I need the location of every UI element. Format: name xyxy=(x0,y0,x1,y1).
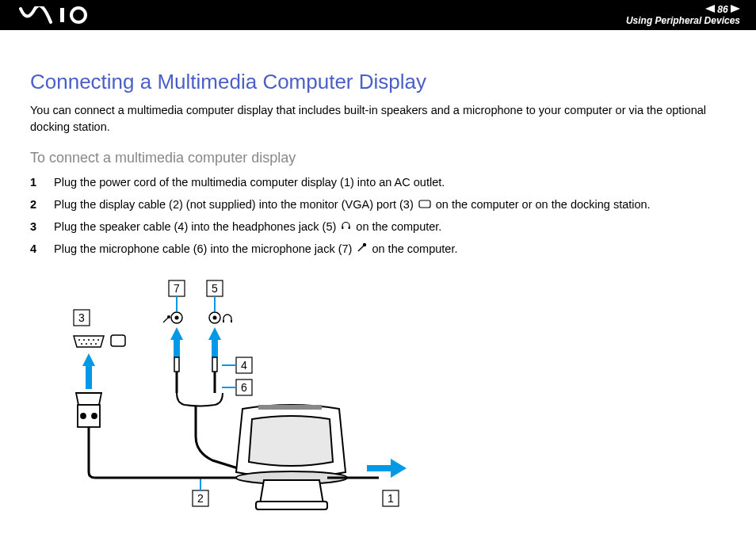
arrow-up-icon xyxy=(82,353,95,389)
svg-point-26 xyxy=(81,343,82,345)
svg-rect-37 xyxy=(223,320,224,322)
mic-jack-icon xyxy=(163,312,182,323)
svg-point-27 xyxy=(86,343,87,345)
svg-point-36 xyxy=(213,315,217,319)
svg-rect-42 xyxy=(174,357,179,372)
svg-point-34 xyxy=(167,315,170,318)
svg-line-33 xyxy=(163,318,168,322)
vga-connector xyxy=(76,393,101,427)
step-item: Plug the display cable (2) (not supplied… xyxy=(30,196,726,214)
step-item: Plug the speaker cable (4) into the head… xyxy=(30,219,726,236)
header-bar: 86 Using Peripheral Devices xyxy=(0,0,756,30)
crt-monitor xyxy=(236,405,347,509)
headphone-jack-icon xyxy=(209,312,232,323)
svg-marker-41 xyxy=(82,353,95,389)
step-item: Plug the microphone cable (6) into the m… xyxy=(30,241,726,258)
intro-text: You can connect a multimedia computer di… xyxy=(30,102,726,135)
step-item: Plug the power cord of the multimedia co… xyxy=(30,174,726,192)
svg-rect-6 xyxy=(349,227,350,229)
svg-rect-4 xyxy=(419,200,430,208)
svg-point-25 xyxy=(97,339,99,341)
svg-rect-0 xyxy=(60,8,64,22)
arrow-up-icon xyxy=(170,327,183,357)
next-page-arrow[interactable] xyxy=(731,4,740,15)
vga-port-icon xyxy=(74,335,125,347)
diagram-label-7: 7 xyxy=(174,282,180,295)
svg-rect-38 xyxy=(231,320,232,322)
diagram-label-6: 6 xyxy=(241,381,247,394)
step-text: Plug the power cord of the multimedia co… xyxy=(54,176,445,189)
svg-rect-30 xyxy=(111,335,125,346)
page-number: 86 xyxy=(717,4,727,15)
svg-rect-51 xyxy=(256,502,327,509)
monitor-port-icon xyxy=(418,196,431,214)
page-title: Connecting a Multimedia Computer Display xyxy=(30,70,726,94)
header-nav: 86 Using Peripheral Devices xyxy=(626,4,740,26)
arrow-up-icon xyxy=(208,327,221,357)
svg-point-48 xyxy=(92,414,97,418)
svg-point-29 xyxy=(95,343,97,345)
section-title: Using Peripheral Devices xyxy=(626,15,740,26)
svg-point-1 xyxy=(71,8,86,22)
svg-rect-53 xyxy=(367,465,383,471)
audio-cable xyxy=(196,406,238,468)
prev-page-arrow[interactable] xyxy=(705,4,715,15)
svg-marker-40 xyxy=(208,327,221,357)
svg-point-47 xyxy=(81,414,86,418)
step-text: Plug the speaker cable (4) into the head… xyxy=(54,220,441,233)
vaio-logo xyxy=(19,6,106,24)
diagram-label-2: 2 xyxy=(197,492,204,505)
svg-point-21 xyxy=(78,339,80,341)
svg-rect-44 xyxy=(212,357,217,372)
svg-rect-5 xyxy=(342,227,344,229)
headphones-icon xyxy=(341,219,351,236)
svg-marker-3 xyxy=(731,5,740,13)
svg-point-22 xyxy=(83,339,85,341)
arrow-right-icon xyxy=(367,459,407,478)
svg-point-8 xyxy=(363,243,366,246)
svg-line-7 xyxy=(358,246,364,251)
vga-cable xyxy=(89,427,236,478)
step-text: Plug the microphone cable (6) into the m… xyxy=(54,242,457,255)
diagram-label-4: 4 xyxy=(241,359,247,372)
svg-rect-49 xyxy=(258,405,322,410)
diagram-label-1: 1 xyxy=(388,492,394,505)
step-list: Plug the power cord of the multimedia co… xyxy=(30,174,726,258)
svg-marker-39 xyxy=(170,327,183,357)
svg-point-32 xyxy=(175,315,179,319)
svg-marker-2 xyxy=(705,5,715,13)
microphone-icon xyxy=(357,241,367,258)
page-content: Connecting a Multimedia Computer Display… xyxy=(0,30,756,534)
step-text: Plug the display cable (2) (not supplied… xyxy=(54,198,651,211)
procedure-title: To connect a multimedia computer display xyxy=(30,150,726,166)
svg-point-24 xyxy=(93,339,94,341)
diagram-label-3: 3 xyxy=(78,311,85,324)
svg-point-23 xyxy=(88,339,90,341)
svg-point-28 xyxy=(90,343,92,345)
connection-diagram: 3 7 5 4 6 2 xyxy=(54,278,726,519)
diagram-label-5: 5 xyxy=(212,282,218,295)
